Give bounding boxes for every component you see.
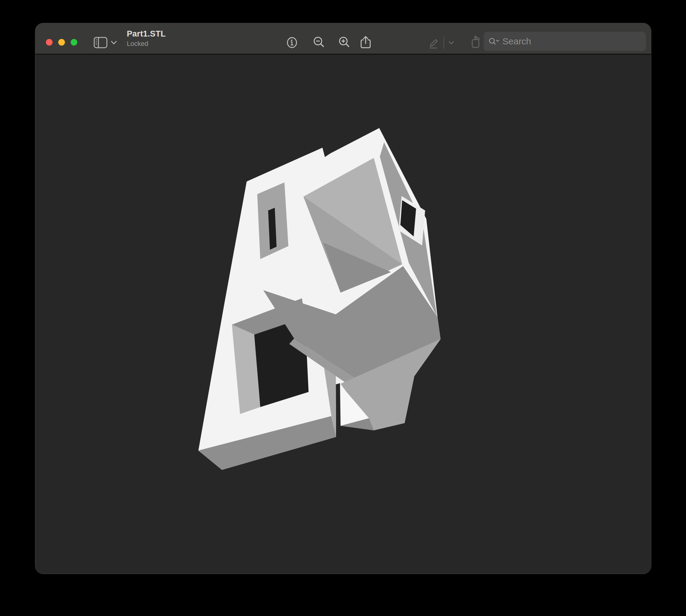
rotate-left-icon — [469, 35, 484, 50]
window-subtitle: Locked — [127, 41, 166, 47]
zoom-out-icon — [312, 36, 326, 49]
minimize-button[interactable] — [58, 39, 65, 46]
toolbar-separator — [444, 37, 444, 49]
window-title-block: Part1.STL Locked — [127, 30, 166, 47]
share-icon — [358, 35, 373, 50]
sidebar-icon — [94, 37, 108, 49]
zoom-button[interactable] — [71, 39, 77, 46]
window-title: Part1.STL — [127, 30, 166, 38]
markup-chevron-icon — [448, 41, 455, 45]
zoom-in-icon — [337, 36, 351, 49]
model-viewport[interactable] — [35, 54, 651, 574]
traffic-lights — [46, 39, 77, 46]
share-button[interactable] — [358, 35, 373, 50]
rotate-left-button[interactable] — [469, 35, 484, 50]
info-icon — [285, 36, 298, 49]
search-field[interactable]: Search — [484, 32, 646, 51]
stl-model-render — [35, 54, 651, 574]
search-icon — [489, 38, 500, 45]
markup-pencil-button[interactable] — [427, 35, 441, 50]
zoom-out-button[interactable] — [312, 35, 326, 50]
sidebar-chevron-button[interactable] — [109, 35, 118, 50]
markup-chevron-button[interactable] — [446, 35, 457, 50]
markup-pencil-icon — [427, 35, 441, 50]
close-button[interactable] — [46, 39, 52, 46]
zoom-in-button[interactable] — [337, 35, 352, 50]
info-button[interactable] — [285, 35, 299, 50]
sidebar-toggle-button[interactable] — [93, 35, 108, 50]
search-placeholder: Search — [503, 36, 531, 46]
preview-window: Part1.STL Locked — [35, 23, 651, 574]
chevron-down-icon — [111, 41, 117, 45]
titlebar: Part1.STL Locked — [35, 23, 651, 54]
